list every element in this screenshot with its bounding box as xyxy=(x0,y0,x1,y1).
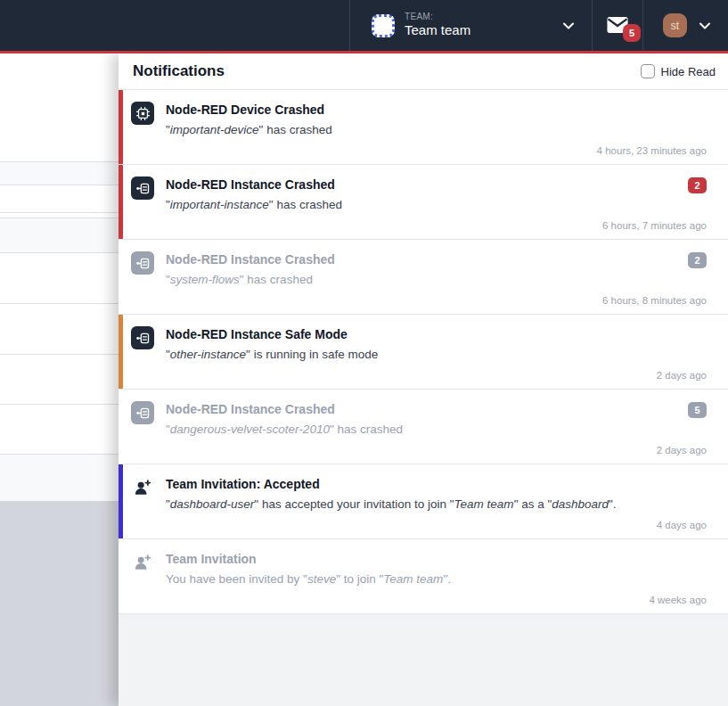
chevron-down-icon xyxy=(698,19,712,33)
notification-texts: Node-RED Instance Crashed"dangerous-velv… xyxy=(166,401,676,436)
notification-timestamp: 2 days ago xyxy=(131,370,707,381)
notification-item[interactable]: Node-RED Instance Crashed"dangerous-velv… xyxy=(119,390,728,464)
notification-texts: Node-RED Instance Crashed"important-inst… xyxy=(166,176,676,211)
notification-timestamp: 6 hours, 8 minutes ago xyxy=(131,295,707,306)
notification-item[interactable]: Team Invitation: Accepted"dashboard-user… xyxy=(119,464,728,539)
nr-instance-icon xyxy=(131,326,154,349)
notifications-panel-header: Notifications Hide Read xyxy=(119,53,728,90)
notification-message: "dangerous-velvet-scoter-2010" has crash… xyxy=(166,423,676,436)
notification-title: Team Invitation xyxy=(166,552,707,566)
notification-item[interactable]: Node-RED Instance Crashed"important-inst… xyxy=(119,165,728,240)
hide-read-checkbox[interactable] xyxy=(641,64,655,78)
notification-count-badge: 5 xyxy=(688,402,707,418)
notifications-panel: Notifications Hide Read Node-RED Device … xyxy=(119,53,728,706)
notification-message: "system-flows" has crashed xyxy=(166,273,676,286)
notification-title: Node-RED Instance Crashed xyxy=(166,177,676,192)
notification-title: Node-RED Instance Crashed xyxy=(166,402,676,416)
user-avatar: st xyxy=(663,13,687,37)
notification-texts: Node-RED Instance Crashed"system-flows" … xyxy=(166,251,676,286)
notification-timestamp: 4 days ago xyxy=(131,520,707,530)
nr-instance-icon xyxy=(131,401,154,424)
notification-texts: Team InvitationYou have been invited by … xyxy=(166,551,707,586)
notification-count-badge: 2 xyxy=(688,252,707,268)
notification-timestamp: 6 hours, 7 minutes ago xyxy=(131,220,707,231)
notification-item[interactable]: Node-RED Instance Safe Mode"other-instan… xyxy=(119,315,728,390)
user-plus-icon xyxy=(131,476,154,499)
nr-instance-icon xyxy=(131,251,154,275)
notification-title: Node-RED Instance Crashed xyxy=(166,252,676,267)
device-icon xyxy=(131,102,154,125)
team-selector-dropdown[interactable]: TEAM: Team team xyxy=(349,0,593,51)
notification-message: "important-device" has crashed xyxy=(166,123,707,136)
notification-message: You have been invited by "steve" to join… xyxy=(166,572,707,586)
notification-title: Node-RED Instance Safe Mode xyxy=(166,327,707,341)
notification-texts: Node-RED Instance Safe Mode"other-instan… xyxy=(166,326,707,361)
user-menu-dropdown[interactable]: st xyxy=(643,0,728,51)
notifications-inbox-button[interactable]: 5 xyxy=(593,0,643,51)
team-avatar-icon xyxy=(372,14,395,37)
notification-texts: Node-RED Device Crashed"important-device… xyxy=(166,102,707,136)
top-navbar: TEAM: Team team 5 st xyxy=(0,0,728,51)
notification-item[interactable]: Team InvitationYou have been invited by … xyxy=(119,539,728,614)
notification-timestamp: 4 hours, 23 minutes ago xyxy=(131,145,707,156)
notification-message: "other-instance" is running in safe mode xyxy=(166,348,707,361)
team-name: Team team xyxy=(405,22,552,39)
hide-read-toggle[interactable]: Hide Read xyxy=(641,64,716,78)
notification-count-badge: 2 xyxy=(688,177,707,193)
notification-texts: Team Invitation: Accepted"dashboard-user… xyxy=(166,476,707,511)
notification-message: "important-instance" has crashed xyxy=(166,198,676,211)
notifications-list: Node-RED Device Crashed"important-device… xyxy=(119,90,728,706)
unread-accent-bar xyxy=(119,315,123,389)
nr-instance-icon xyxy=(131,176,154,200)
notification-timestamp: 4 weeks ago xyxy=(131,595,707,605)
notification-title: Node-RED Device Crashed xyxy=(166,103,707,117)
team-label: TEAM: xyxy=(405,12,552,23)
brand-accent-line xyxy=(0,51,728,53)
team-selector-labels: TEAM: Team team xyxy=(405,12,552,39)
hide-read-label: Hide Read xyxy=(661,65,716,78)
navbar-spacer xyxy=(0,0,349,51)
unread-accent-bar xyxy=(119,165,123,239)
panel-title: Notifications xyxy=(133,62,225,80)
notification-timestamp: 2 days ago xyxy=(131,445,707,456)
unread-accent-bar xyxy=(119,464,123,538)
notification-item[interactable]: Node-RED Device Crashed"important-device… xyxy=(119,90,728,165)
notification-message: "dashboard-user" has accepted your invit… xyxy=(166,497,707,511)
user-plus-icon xyxy=(131,551,154,574)
unread-accent-bar xyxy=(119,90,123,164)
notification-title: Team Invitation: Accepted xyxy=(166,477,707,491)
unread-count-badge: 5 xyxy=(623,24,641,42)
chevron-down-icon xyxy=(561,19,576,33)
notification-item[interactable]: Node-RED Instance Crashed"system-flows" … xyxy=(119,240,728,315)
